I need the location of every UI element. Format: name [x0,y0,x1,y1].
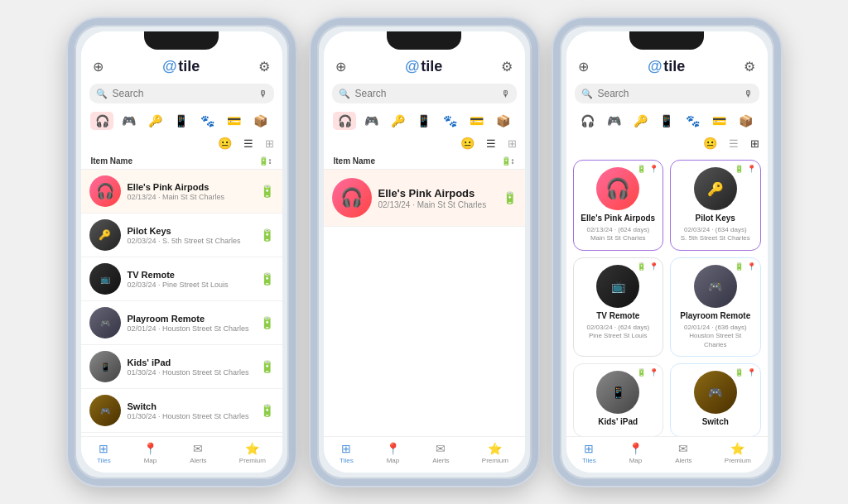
grid-card-3-5[interactable]: 📱 📍 🔋 Kids' iPad [573,363,664,436]
mic-icon-2[interactable]: 🎙 [501,89,510,98]
cat-tablet-1[interactable]: 📱 [170,112,193,130]
nav-alerts-3[interactable]: ✉ Alerts [675,442,691,464]
grid-name-3-3: TV Remote [596,311,639,320]
nav-map-1[interactable]: 📍 Map [143,442,157,464]
item-info-1-4: Playroom Remote 02/01/24 · Houston Stree… [128,314,253,333]
battery-1-5: 🔋 [260,360,274,373]
grid-card-3-3[interactable]: 📺 📍 🔋 TV Remote 02/03/24 · (624 days)Pin… [573,257,664,357]
list-item-1-2[interactable]: 🔑 Pilot Keys 02/03/24 · S. 5th Street St… [81,214,282,257]
item-name-1-1: Elle's Pink Airpods [128,182,253,192]
cat-box-2[interactable]: 📦 [491,112,514,130]
cat-tablet-2[interactable]: 📱 [412,112,436,130]
list-item-1-3[interactable]: 📺 TV Remote 02/03/24 · Pine Street St Lo… [81,257,282,301]
nav-premium-3[interactable]: ⭐ Premium [725,442,751,464]
nav-map-icon-1: 📍 [143,442,157,455]
loc-icon-3-2: 📍 [747,165,756,173]
cat-card-1[interactable]: 💳 [223,112,246,130]
search-input-1[interactable] [113,88,253,99]
grid-icon-1[interactable]: ⊞ [265,137,274,150]
list-item-2-1[interactable]: 🎧 Elle's Pink Airpods 02/13/24 · Main St… [324,170,525,227]
phone-3-frame: ⊕ @tile ⚙ 🔍 🎙 🎧 🎮 🔑 📱 🐾 [553,18,781,486]
cat-gamepad-2[interactable]: 🎮 [359,112,383,130]
cat-box-1[interactable]: 📦 [248,112,272,130]
battery-1-3: 🔋 [260,272,274,286]
nav-map-icon-2: 📍 [386,442,400,455]
cat-gamepad-1[interactable]: 🎮 [117,112,140,130]
power-btn-2 [532,116,534,151]
item-name-1-3: TV Remote [128,270,253,280]
cat-headphones-1[interactable]: 🎧 [90,112,113,130]
search-input-3[interactable] [598,88,739,99]
list-icon-2[interactable]: ☰ [486,137,496,150]
grid-card-3-6[interactable]: 🎮 📍 🔋 Switch [670,363,761,436]
battery-3-2: 🔋 [735,165,744,173]
search-bar-2[interactable]: 🔍 🎙 [332,84,517,103]
list-item-1-4[interactable]: 🎮 Playroom Remote 02/01/24 · Houston Str… [81,301,282,345]
face-icon-3[interactable]: 😐 [703,137,717,150]
nav-tiles-1[interactable]: ⊞ Tiles [97,442,111,464]
add-icon-3[interactable]: ⊕ [578,59,589,74]
cat-paw-2[interactable]: 🐾 [439,112,462,130]
category-icons-1: 🎧 🎮 🔑 📱 🐾 💳 📦 [81,107,282,135]
cat-paw-3[interactable]: 🐾 [682,112,705,130]
cat-headphones-3[interactable]: 🎧 [576,112,599,130]
grid-date-3-2: 02/03/24 · (634 days)S. 5th Street St Ch… [681,226,750,243]
nav-alerts-2[interactable]: ✉ Alerts [432,442,449,464]
item-info-1-1: Elle's Pink Airpods 02/13/24 · Main St S… [128,182,253,201]
cat-tablet-3[interactable]: 📱 [655,112,678,130]
grid-icon-3[interactable]: ⊞ [750,137,759,150]
cat-box-3[interactable]: 📦 [734,112,757,130]
list-icon-3[interactable]: ☰ [729,137,739,150]
grid-card-3-4[interactable]: 🎮 📍 🔋 Playroom Remote 02/01/24 · (636 da… [670,257,761,357]
search-bar-1[interactable]: 🔍 🎙 [89,84,274,103]
app-header-3: ⊕ @tile ⚙ [566,55,768,80]
item-date-1-4: 02/01/24 · Houston Street St Charles [128,324,253,333]
cat-card-2[interactable]: 💳 [465,112,489,130]
grid-icon-2[interactable]: ⊞ [508,137,517,150]
item-name-1-4: Playroom Remote [128,314,253,324]
add-icon-1[interactable]: ⊕ [93,59,104,74]
nav-tiles-icon-1: ⊞ [99,442,108,455]
add-icon-2[interactable]: ⊕ [335,59,346,74]
loc-icon-3-1: 📍 [649,165,658,173]
battery-3-6: 🔋 [735,368,744,377]
nav-tiles-label-1: Tiles [97,457,111,464]
settings-icon-3[interactable]: ⚙ [744,59,755,74]
nav-map-2[interactable]: 📍 Map [386,442,400,464]
battery-1-2: 🔋 [260,228,274,242]
battery-1-6: 🔋 [260,404,274,417]
settings-icon-2[interactable]: ⚙ [501,59,513,74]
list-item-1-6[interactable]: 🎮 Switch 01/30/24 · Houston Street St Ch… [81,389,282,433]
nav-alerts-1[interactable]: ✉ Alerts [190,442,206,464]
list-item-1-1[interactable]: 🎧 Elle's Pink Airpods 02/13/24 · Main St… [81,170,282,214]
cat-key-1[interactable]: 🔑 [143,112,166,130]
cat-card-3[interactable]: 💳 [708,112,731,130]
list-item-1-5[interactable]: 📱 Kids' iPad 01/30/24 · Houston Street S… [81,345,282,389]
loc-icon-3-5: 📍 [649,368,658,377]
search-bar-3[interactable]: 🔍 🎙 [575,84,759,103]
cat-key-2[interactable]: 🔑 [386,112,409,130]
phone-1-frame: ⊕ @tile ⚙ 🔍 🎙 🎧 🎮 🔑 📱 [68,18,296,486]
loc-icon-3-6: 📍 [747,368,756,377]
grid-card-3-1[interactable]: 🎧 📍 🔋 Elle's Pink Airpods 02/13/24 · (62… [573,160,664,251]
cat-headphones-2[interactable]: 🎧 [333,112,356,130]
nav-tiles-2[interactable]: ⊞ Tiles [340,442,354,464]
list-icon-1[interactable]: ☰ [243,137,253,150]
settings-icon-1[interactable]: ⚙ [258,59,270,74]
grid-card-3-2[interactable]: 🔑 📍 🔋 Pilot Keys 02/03/24 · (634 days)S.… [670,160,761,251]
cat-paw-1[interactable]: 🐾 [196,112,219,130]
face-icon-2[interactable]: 😐 [460,137,475,150]
nav-premium-1[interactable]: ⭐ Premium [239,442,266,464]
cat-key-3[interactable]: 🔑 [629,112,652,130]
nav-tiles-3[interactable]: ⊞ Tiles [582,442,596,464]
item-name-1-2: Pilot Keys [128,226,253,236]
nav-premium-2[interactable]: ⭐ Premium [482,442,508,464]
nav-map-3[interactable]: 📍 Map [629,442,643,464]
mic-icon-3[interactable]: 🎙 [744,89,753,98]
face-icon-1[interactable]: 😐 [218,137,232,150]
mic-icon-1[interactable]: 🎙 [258,89,267,98]
search-input-2[interactable] [355,88,496,99]
cat-gamepad-3[interactable]: 🎮 [602,112,625,130]
nav-alerts-icon-3: ✉ [678,442,688,455]
grid-name-3-4: Playroom Remote [680,311,750,320]
